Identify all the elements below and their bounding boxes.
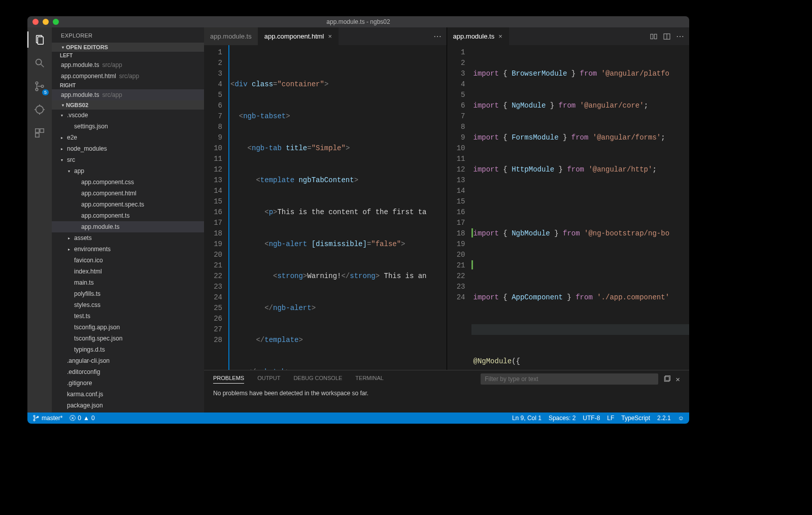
status-lncol[interactable]: Ln 9, Col 1 [512,415,542,422]
titlebar: app.module.ts - ngbs02 [27,16,689,27]
close-window-icon[interactable] [32,19,39,25]
tabs-left: app.module.ts app.component.html× ⋯ [204,27,447,45]
tree-item[interactable]: ▸node_modules [52,143,204,154]
svg-point-7 [36,106,44,114]
svg-rect-14 [36,133,39,137]
code-left[interactable]: <div class="container"> <ngb-tabset> <ng… [228,45,447,370]
tree-item[interactable]: styles.css [52,299,204,311]
debug-icon[interactable] [32,102,47,117]
status-spaces[interactable]: Spaces: 2 [549,415,576,422]
error-icon: ⓧ [70,414,76,423]
svg-point-22 [33,420,35,421]
editor-group-left: app.module.ts app.component.html× ⋯ 1234… [204,27,447,370]
svg-point-4 [36,82,38,84]
status-eol[interactable]: LF [607,415,614,422]
tree-item[interactable]: .editorconfig [52,366,204,377]
tree-item[interactable]: typings.d.ts [52,344,204,355]
status-feedback-icon[interactable]: ☺ [678,415,684,422]
minimize-window-icon[interactable] [43,19,49,25]
tab-app-module-right[interactable]: app.module.ts× [447,27,509,45]
compare-icon[interactable] [650,32,658,41]
tree-item[interactable]: karma.conf.js [52,389,204,400]
tab-app-module[interactable]: app.module.ts [204,27,258,45]
project-header[interactable]: ▾NGBS02 [52,100,204,110]
more-icon[interactable]: ⋯ [433,31,442,41]
open-editors-header[interactable]: ▾OPEN EDITORS [52,43,204,52]
tree-item[interactable]: favicon.ico [52,255,204,266]
tree-item[interactable]: app.module.ts [52,221,204,232]
tree-item[interactable]: ▸environments [52,244,204,255]
more-icon[interactable]: ⋯ [676,31,684,41]
tree-item[interactable]: ▾src [52,154,204,165]
source-control-icon[interactable]: 5 [32,79,47,93]
tree-item[interactable]: index.html [52,266,204,277]
tree-item[interactable]: ▾.vscode [52,110,204,121]
panel-tab-output[interactable]: OUTPUT [257,375,280,384]
svg-point-2 [36,59,42,65]
panel-tab-problems[interactable]: PROBLEMS [213,375,244,384]
window-controls [32,19,59,25]
open-editor-item[interactable]: app.module.tssrc/app [52,59,204,71]
tree-item[interactable]: settings.json [52,121,204,132]
tree-item[interactable]: tsconfig.app.json [52,322,204,333]
tree-item[interactable]: ▾app [52,165,204,177]
tree-item[interactable]: test.ts [52,311,204,322]
tree-item[interactable]: main.ts [52,277,204,288]
activity-bar: 5 [27,27,52,413]
svg-point-6 [41,85,44,88]
search-icon[interactable] [32,56,47,70]
status-branch[interactable]: master* [32,415,62,422]
tree-item[interactable]: tsconfig.spec.json [52,333,204,344]
svg-rect-13 [40,129,44,132]
branch-icon [32,415,40,422]
svg-point-5 [36,88,38,91]
panel-tab-terminal[interactable]: TERMINAL [355,375,384,384]
git-badge: 5 [42,89,49,95]
editor-group-right: app.module.ts× ⋯ 123456789101112 [447,27,690,370]
tab-app-component-html[interactable]: app.component.html× [258,27,339,45]
tree-item[interactable]: ▸e2e [52,132,204,143]
tree-item[interactable]: .angular-cli.json [52,355,204,366]
tree-item[interactable]: app.component.spec.ts [52,199,204,210]
tree-item[interactable]: app.component.html [52,188,204,199]
open-editor-item[interactable]: app.component.htmlsrc/app [52,71,204,82]
problems-message: No problems have been detected in the wo… [204,388,689,399]
gutter-right: 123456789101112131415161718192021222324 [447,45,471,370]
tree-item[interactable]: app.component.ts [52,210,204,221]
panel-tab-debug[interactable]: DEBUG CONSOLE [293,375,342,384]
tree-item[interactable]: polyfills.ts [52,288,204,299]
warning-icon: ▲ [83,415,89,422]
tree-item[interactable]: app.component.css [52,177,204,188]
sidebar-title: EXPLORER [52,27,204,43]
status-encoding[interactable]: UTF-8 [583,415,600,422]
status-lang[interactable]: TypeScript [621,415,650,422]
tree-item[interactable]: .gitignore [52,377,204,389]
svg-rect-16 [654,34,657,39]
tree-item[interactable]: package.json [52,400,204,411]
open-editors-right-label: RIGHT [52,82,204,89]
open-editor-item[interactable]: app.module.tssrc/app [52,89,204,100]
zoom-window-icon[interactable] [53,19,59,25]
sidebar: EXPLORER ▾OPEN EDITORS LEFT app.module.t… [52,27,204,413]
svg-line-3 [41,64,44,67]
code-right[interactable]: import { BrowserModule } from '@angular/… [471,45,690,370]
close-panel-icon[interactable]: × [675,375,680,384]
status-errors[interactable]: ⓧ0 ▲0 [70,414,94,423]
vscode-window: app.module.ts - ngbs02 5 EXPLORER [27,16,689,424]
close-icon[interactable]: × [498,32,502,40]
bottom-panel: PROBLEMS OUTPUT DEBUG CONSOLE TERMINAL ×… [204,370,689,413]
svg-rect-12 [36,129,39,132]
explorer-icon[interactable] [32,32,47,47]
svg-rect-1 [38,37,43,45]
open-editors-left-label: LEFT [52,52,204,59]
extensions-icon[interactable] [32,126,47,140]
split-icon[interactable] [663,32,671,41]
maximize-panel-icon[interactable] [663,375,670,383]
tree-item[interactable]: ▸assets [52,232,204,244]
close-icon[interactable]: × [328,32,332,40]
tabs-right: app.module.ts× ⋯ [447,27,690,45]
svg-point-21 [33,415,35,417]
status-ver[interactable]: 2.2.1 [657,415,671,422]
status-bar: master* ⓧ0 ▲0 Ln 9, Col 1 Spaces: 2 UTF-… [27,413,689,424]
problems-filter-input[interactable] [481,373,658,385]
